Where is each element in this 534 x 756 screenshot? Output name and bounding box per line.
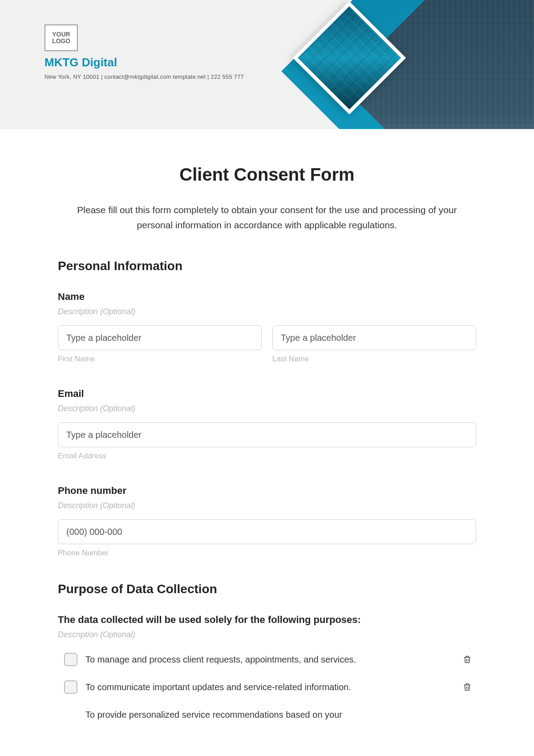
purpose-option-text[interactable]: To provide personalized service recommen… (85, 710, 454, 720)
first-name-input[interactable] (58, 325, 262, 350)
last-name-sublabel: Last Name (272, 355, 476, 364)
section-personal-heading: Personal Information (58, 259, 476, 273)
trash-icon[interactable] (462, 681, 473, 693)
checkbox[interactable] (64, 680, 77, 694)
email-sublabel: Email Address (58, 452, 476, 461)
purpose-option-row: To provide personalized service recommen… (58, 703, 476, 726)
form-intro: Please fill out this form completely to … (67, 202, 467, 232)
purpose-option-row: To communicate important updates and ser… (58, 676, 476, 698)
email-input[interactable] (58, 422, 476, 447)
phone-sublabel: Phone Number (58, 549, 476, 558)
field-purpose: The data collected will be used solely f… (58, 614, 476, 726)
header-graphic (258, 0, 534, 129)
purpose-description[interactable]: Description (Optional) (58, 630, 476, 639)
trash-icon[interactable] (462, 654, 473, 665)
phone-description[interactable]: Description (Optional) (58, 501, 476, 510)
last-name-input[interactable] (272, 325, 476, 350)
form-title: Client Consent Form (58, 165, 476, 185)
purpose-option-text[interactable]: To manage and process client requests, a… (85, 655, 454, 665)
first-name-sublabel: First Name (58, 355, 262, 364)
field-email: Email Description (Optional) Email Addre… (58, 388, 476, 461)
field-name: Name Description (Optional) First Name L… (58, 291, 476, 364)
field-phone: Phone number Description (Optional) Phon… (58, 485, 476, 558)
brand-name: MKTG Digital (44, 56, 117, 69)
name-description[interactable]: Description (Optional) (58, 307, 476, 316)
name-label: Name (58, 291, 476, 303)
form-container: Client Consent Form Please fill out this… (0, 129, 534, 726)
header-banner: YOUR LOGO MKTG Digital New York, NY 1000… (0, 0, 534, 129)
checkbox[interactable] (64, 653, 77, 666)
logo-placeholder: YOUR LOGO (44, 24, 78, 51)
purpose-option-row: To manage and process client requests, a… (58, 648, 476, 671)
purpose-option-text[interactable]: To communicate important updates and ser… (85, 682, 454, 692)
purpose-statement: The data collected will be used solely f… (58, 614, 476, 626)
email-description[interactable]: Description (Optional) (58, 404, 476, 413)
phone-label: Phone number (58, 485, 476, 497)
phone-input[interactable] (58, 519, 476, 544)
section-purpose-heading: Purpose of Data Collection (58, 582, 476, 596)
email-label: Email (58, 388, 476, 400)
contact-info: New York, NY 10001 | contact@mktgdigital… (44, 73, 244, 80)
